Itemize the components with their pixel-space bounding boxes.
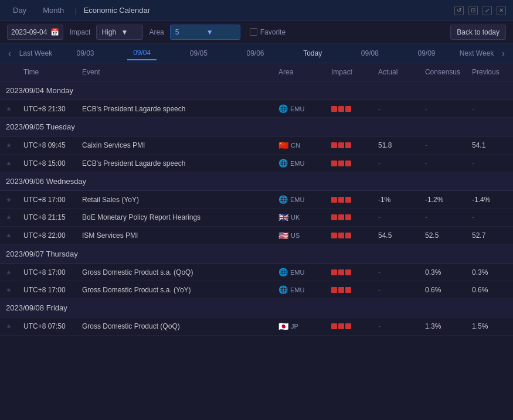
star-cell[interactable]: ★ xyxy=(0,100,18,118)
impact-bar-filled xyxy=(331,323,337,329)
previous-cell: 0.6% xyxy=(466,281,513,299)
impact-label: Impact xyxy=(69,28,90,36)
impact-bar-filled xyxy=(338,214,344,220)
tab-month[interactable]: Month xyxy=(37,4,70,17)
back-to-today-button[interactable]: Back to today xyxy=(450,25,506,40)
nav-date-today[interactable]: Today xyxy=(297,47,328,60)
table-row[interactable]: ★UTC+8 17:00Gross Domestic Product s.a. … xyxy=(0,281,513,299)
event-cell: BoE Monetary Policy Report Hearings xyxy=(76,209,273,227)
favorite-label: Favorite xyxy=(260,28,286,36)
impact-cell xyxy=(325,136,372,155)
next-arrow-icon[interactable]: › xyxy=(498,46,508,60)
prev-arrow-icon[interactable]: ‹ xyxy=(5,46,15,60)
star-cell[interactable]: ★ xyxy=(0,191,18,209)
event-cell: Gross Domestic Product s.a. (QoQ) xyxy=(76,264,273,281)
previous-cell: 52.7 xyxy=(466,227,513,245)
favorite-checkbox[interactable] xyxy=(250,28,257,36)
nav-date-09-05[interactable]: 09/05 xyxy=(184,47,213,60)
nav-date-09-04[interactable]: 09/04 xyxy=(127,46,157,60)
col-header-2: Event xyxy=(76,63,273,81)
tab-day[interactable]: Day xyxy=(7,4,32,17)
consensus-cell: 0.3% xyxy=(419,264,466,281)
col-header-6: Consensus xyxy=(419,63,466,81)
section-header-row: 2023/09/06 Wednesday xyxy=(0,172,513,191)
section-title: 2023/09/06 Wednesday xyxy=(0,172,513,191)
nav-date-09-08[interactable]: 09/08 xyxy=(355,47,385,60)
impact-select[interactable]: High ▼ xyxy=(96,25,143,40)
impact-bar-filled xyxy=(345,323,351,329)
impact-bar-filled xyxy=(345,214,351,220)
impact-bar-filled xyxy=(338,161,344,166)
table-row[interactable]: ★UTC+8 17:00Gross Domestic Product s.a. … xyxy=(0,264,513,281)
close-icon[interactable]: ✕ xyxy=(497,6,506,15)
chevron-down-icon: ▼ xyxy=(121,28,138,36)
impact-bar-filled xyxy=(345,233,351,238)
impact-cell xyxy=(325,155,372,172)
impact-cell xyxy=(325,209,372,227)
date-value: 2023-09-04 xyxy=(11,28,47,36)
impact-bar-filled xyxy=(331,269,337,275)
expand-icon[interactable]: ⤢ xyxy=(483,6,492,15)
impact-cell xyxy=(325,281,372,299)
refresh-icon[interactable]: ↺ xyxy=(454,6,464,15)
star-cell[interactable]: ★ xyxy=(0,227,18,245)
table-row[interactable]: ★UTC+8 21:15BoE Monetary Policy Report H… xyxy=(0,209,513,227)
impact-bar-filled xyxy=(331,106,337,112)
table-row[interactable]: ★UTC+8 21:30ECB's President Lagarde spee… xyxy=(0,100,513,118)
impact-bar-filled xyxy=(331,214,337,220)
table-header-row: TimeEventAreaImpactActualConsensusPrevio… xyxy=(0,63,513,81)
impact-cell xyxy=(325,317,372,336)
event-cell: Gross Domestic Product s.a. (YoY) xyxy=(76,281,273,299)
event-cell: ISM Services PMI xyxy=(76,227,273,245)
star-cell[interactable]: ★ xyxy=(0,264,18,281)
impact-bar-filled xyxy=(345,287,351,293)
star-cell[interactable]: ★ xyxy=(0,317,18,336)
area-select[interactable]: 5 ▼ xyxy=(170,25,240,40)
impact-bar-filled xyxy=(331,197,337,203)
next-week-label[interactable]: Next Week xyxy=(455,47,498,60)
nav-date-09-03[interactable]: 09/03 xyxy=(70,47,100,60)
star-cell[interactable]: ★ xyxy=(0,136,18,155)
nav-date-09-06[interactable]: 09/06 xyxy=(240,47,270,60)
col-header-3: Area xyxy=(273,63,325,81)
table-row[interactable]: ★UTC+8 22:00ISM Services PMI🇺🇸US54.552.5… xyxy=(0,227,513,245)
prev-week-label[interactable]: Last Week xyxy=(15,47,57,60)
table-row[interactable]: ★UTC+8 15:00ECB's President Lagarde spee… xyxy=(0,155,513,172)
time-cell: UTC+8 17:00 xyxy=(18,264,76,281)
impact-cell xyxy=(325,264,372,281)
nav-dates: 09/0309/0409/0509/06Today09/0809/09 xyxy=(57,46,455,60)
table-row[interactable]: ★UTC+8 17:00Retail Sales (YoY)🌐EMU-1%-1.… xyxy=(0,191,513,209)
nav-date-09-09[interactable]: 09/09 xyxy=(412,47,441,60)
impact-bar-filled xyxy=(331,233,337,238)
impact-bar-filled xyxy=(338,197,344,203)
consensus-cell: - xyxy=(419,136,466,155)
previous-cell: - xyxy=(466,100,513,118)
window-icon[interactable]: ⊡ xyxy=(468,6,478,15)
impact-bar-filled xyxy=(345,269,351,275)
previous-cell: -1.4% xyxy=(466,191,513,209)
section-header-row: 2023/09/04 Monday xyxy=(0,81,513,100)
star-cell[interactable]: ★ xyxy=(0,209,18,227)
table-row[interactable]: ★UTC+8 09:45Caixin Services PMI🇨🇳CN51.8-… xyxy=(0,136,513,155)
previous-cell: 0.3% xyxy=(466,264,513,281)
time-cell: UTC+8 22:00 xyxy=(18,227,76,245)
event-cell: Retail Sales (YoY) xyxy=(76,191,273,209)
impact-bar-filled xyxy=(331,142,337,148)
area-cell: 🇺🇸US xyxy=(273,227,325,245)
date-picker[interactable]: 2023-09-04 📅 xyxy=(7,25,63,40)
impact-bar-filled xyxy=(345,142,351,148)
impact-bar-filled xyxy=(345,161,351,166)
area-label: Area xyxy=(149,28,164,36)
table-row[interactable]: ★UTC+8 07:50Gross Domestic Product (QoQ)… xyxy=(0,317,513,336)
impact-bar-filled xyxy=(338,269,344,275)
star-cell[interactable]: ★ xyxy=(0,155,18,172)
favorite-wrap[interactable]: Favorite xyxy=(250,28,286,36)
impact-bar-filled xyxy=(338,142,344,148)
time-cell: UTC+8 17:00 xyxy=(18,281,76,299)
impact-bar-filled xyxy=(331,287,337,293)
star-cell[interactable]: ★ xyxy=(0,281,18,299)
impact-bar-filled xyxy=(331,161,337,166)
time-cell: UTC+8 21:15 xyxy=(18,209,76,227)
consensus-cell: 1.3% xyxy=(419,317,466,336)
event-cell: ECB's President Lagarde speech xyxy=(76,155,273,172)
